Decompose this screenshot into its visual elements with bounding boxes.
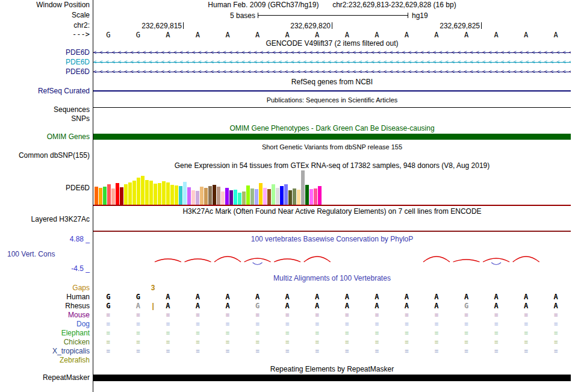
- phylop-peak: [214, 257, 241, 262]
- common-dbsnp-label[interactable]: Common dbSNP(155): [0, 152, 90, 160]
- gencode-gene-label[interactable]: PDE6D: [0, 49, 90, 57]
- align-gap-symbol: =: [494, 338, 498, 346]
- gencode-transcript[interactable]: <<<<<<<<<<<<<<<<<<<<<<<<<<<<<<<<<<<<<<<<…: [93, 68, 571, 76]
- gencode-transcript[interactable]: <<<<<<<<<<<<<<<<<<<<<<<<<<<<<<<<<<<<<<<<…: [93, 58, 571, 66]
- base-letter: A: [255, 31, 260, 39]
- multiz-row-label: Zebrafish: [0, 356, 90, 364]
- gtex-bar: [246, 185, 250, 205]
- multiz-row-label: Elephant: [0, 329, 90, 337]
- transcript-direction-arrows: <<<<<<<<<<<<<<<<<<<<<<<<<<<<<<<<<<<<<<<<…: [93, 68, 571, 76]
- phylop-peak: [513, 257, 539, 262]
- gtex-track-title: Gene Expression in 54 tissues from GTEx …: [93, 162, 571, 170]
- gtex-bar: [250, 188, 254, 205]
- base-letter: A: [345, 31, 349, 39]
- omim-genes-bar[interactable]: [93, 134, 571, 140]
- multiz-base: A: [464, 293, 468, 301]
- layered-h3k27ac-label[interactable]: Layered H3K27Ac: [0, 216, 90, 223]
- gtex-bar: [276, 188, 279, 205]
- align-gap-symbol: =: [435, 320, 438, 328]
- align-gap-symbol: =: [136, 329, 140, 337]
- multiz-base: G: [106, 302, 110, 310]
- refseq-curated-track-line[interactable]: [93, 90, 571, 92]
- base-letter: A: [225, 31, 229, 39]
- gtex-bar: [213, 185, 216, 205]
- align-gap-symbol: =: [255, 320, 259, 328]
- multiz-base: G: [255, 302, 260, 310]
- align-gap-symbol: =: [166, 311, 170, 319]
- phylop-conservation-track[interactable]: [93, 246, 571, 272]
- gtex-gene-label[interactable]: PDE6D: [0, 184, 90, 192]
- gtex-bar: [154, 184, 157, 205]
- h3k27ac-track-line[interactable]: [93, 231, 571, 232]
- align-gap-symbol: =: [375, 311, 379, 319]
- ruler-tick: [183, 22, 184, 29]
- gencode-transcript[interactable]: <<<<<<<<<<<<<<<<<<<<<<<<<<<<<<<<<<<<<<<<…: [93, 49, 571, 57]
- repeatmasker-bar[interactable]: [93, 375, 571, 381]
- coordinate-ruler: 232,629,815232,629,820232,629,825: [93, 22, 571, 30]
- gtex-bar: [297, 190, 300, 205]
- phylop-peak: [304, 257, 331, 262]
- snps-label[interactable]: SNPs: [0, 115, 90, 123]
- vert-cons-label[interactable]: 100 Vert. Cons: [7, 250, 55, 258]
- multiz-base: A: [315, 293, 319, 301]
- assembly-text: Human Feb. 2009 (GRCh37/hg19): [208, 1, 319, 9]
- multiz-row: [93, 356, 571, 364]
- transcript-direction-arrows: <<<<<<<<<<<<<<<<<<<<<<<<<<<<<<<<<<<<<<<<…: [93, 58, 571, 66]
- align-gap-symbol: =: [464, 338, 468, 346]
- align-gap-symbol: =: [405, 311, 408, 319]
- gtex-bar: [263, 188, 267, 205]
- gtex-bar: [288, 190, 292, 205]
- align-gap-symbol: =: [524, 311, 527, 319]
- multiz-row: ================: [93, 311, 571, 319]
- gencode-gene-label[interactable]: PDE6D: [0, 68, 90, 76]
- refseq-curated-label[interactable]: RefSeq Curated: [0, 87, 90, 95]
- phylop-peak: [244, 258, 271, 262]
- omim-track-title: OMIM Gene Phenotypes - Dark Green Can Be…: [93, 125, 571, 132]
- align-gap-symbol: =: [405, 338, 408, 346]
- gtex-bar: [196, 191, 199, 205]
- gtex-bar: [145, 180, 149, 205]
- align-gap-symbol: =: [166, 329, 170, 337]
- align-gap-symbol: =: [345, 347, 349, 355]
- multiz-row-label: X_tropicalis: [0, 347, 90, 355]
- position-title: Human Feb. 2009 (GRCh37/hg19) chr2:232,6…: [93, 1, 571, 9]
- scale-bar: [258, 13, 408, 18]
- align-gap-symbol: =: [524, 329, 527, 337]
- gtex-bar: [280, 186, 284, 205]
- ruler-tick: [481, 22, 482, 29]
- multiz-base: A: [166, 302, 170, 310]
- align-gap-symbol: =: [226, 338, 229, 346]
- multiz-base: A: [285, 302, 290, 310]
- align-gap-symbol: =: [494, 329, 498, 337]
- phylop-max-value: 4.88 _: [0, 235, 90, 243]
- ruler-coordinate: 232,629,815: [141, 22, 182, 30]
- base-letter: G: [136, 31, 140, 39]
- base-letter: A: [315, 31, 319, 39]
- align-gap-symbol: =: [554, 338, 558, 346]
- omim-genes-label[interactable]: OMIM Genes: [0, 133, 90, 141]
- gencode-gene-label[interactable]: PDE6D: [0, 58, 90, 66]
- align-gap-symbol: =: [494, 320, 498, 328]
- repeatmasker-label[interactable]: RepeatMasker: [0, 374, 90, 382]
- base-letter: A: [464, 31, 468, 39]
- align-gap-symbol: =: [345, 320, 349, 328]
- gtex-bar: [166, 182, 170, 205]
- gencode-track[interactable]: <<<<<<<<<<<<<<<<<<<<<<<<<<<<<<<<<<<<<<<<…: [93, 49, 571, 76]
- multiz-row-label: Gaps: [0, 284, 90, 292]
- gtex-bar: [229, 190, 233, 205]
- multiz-species-labels: GapsHumanRhesusMouseDogElephantChickenX_…: [0, 284, 90, 366]
- sequences-track-line[interactable]: [93, 107, 571, 108]
- sequences-label[interactable]: Sequences: [0, 106, 90, 114]
- ucsc-genome-browser: Window Position Human Feb. 2009 (GRCh37/…: [0, 0, 572, 392]
- align-gap-symbol: =: [166, 347, 170, 355]
- align-gap-symbol: =: [405, 329, 408, 337]
- gtex-bar: [107, 184, 111, 205]
- multiz-row-label: Mouse: [0, 311, 90, 319]
- phylop-track-title: 100 vertebrates Basewise Conservation by…: [93, 235, 571, 243]
- align-gap-symbol: =: [226, 320, 229, 328]
- multiz-alignment-track[interactable]: 3GGAAAAAAAAAAAAAAGAAAAGAAAAAAGAAA|======…: [93, 284, 571, 366]
- base-letter: A: [434, 31, 438, 39]
- multiz-base: A: [554, 293, 558, 301]
- align-gap-symbol: =: [435, 329, 438, 337]
- gtex-expression-bars[interactable]: [95, 170, 322, 205]
